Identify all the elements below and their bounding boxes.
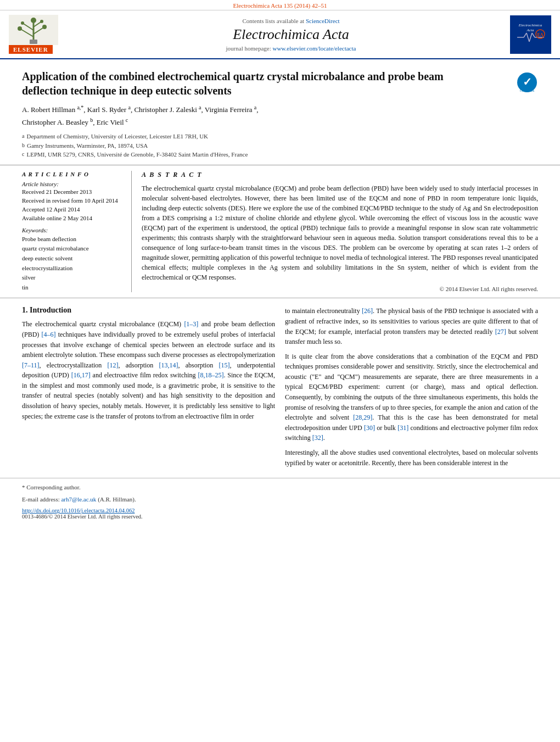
article-header: Application of the combined electrochemi… [0, 59, 560, 165]
received-date: Received 21 December 2013 [22, 188, 124, 195]
elsevier-tree-icon [9, 15, 58, 45]
body-area: 1. Introduction The electrochemical quar… [0, 298, 560, 478]
svg-text:✓: ✓ [523, 76, 532, 88]
keyword-2: quartz crystal microbalance [22, 244, 124, 254]
svg-text:Acta: Acta [527, 28, 534, 32]
article-title-row: Application of the combined electrochemi… [22, 69, 538, 98]
journal-issue-info: Electrochimica Acta 135 (2014) 42–51 [233, 2, 327, 9]
keyword-5: silver [22, 273, 124, 283]
journal-homepage-link[interactable]: www.elsevier.com/locate/electacta [272, 45, 356, 52]
abstract-column: A B S T R A C T The electrochemical quar… [142, 171, 538, 293]
doi-link[interactable]: http://dx.doi.org/10.1016/j.electacta.20… [22, 507, 135, 514]
article-info-column: A R T I C L E I N F O Article history: R… [22, 171, 132, 293]
doi-line: http://dx.doi.org/10.1016/j.electacta.20… [22, 507, 538, 514]
svg-point-7 [18, 26, 22, 31]
introduction-heading: 1. Introduction [22, 306, 275, 315]
svg-point-6 [31, 18, 36, 23]
affiliation-a: a Department of Chemistry, University of… [22, 132, 538, 141]
journal-logo-icon: Electrochimica Acta EA [513, 16, 548, 52]
body-left-column: 1. Introduction The electrochemical quar… [22, 306, 275, 472]
keyword-4: electrocrystallization [22, 264, 124, 274]
science-direct-link[interactable]: ScienceDirect [306, 18, 340, 24]
crossmark-icon: ✓ CrossMark [516, 71, 538, 93]
journal-header: ELSEVIER Contents lists available at Sci… [0, 10, 560, 59]
corresponding-author-note: * Corresponding author. [22, 483, 538, 493]
elsevier-logo-area: ELSEVIER [9, 15, 80, 54]
affiliation-b: b Gamry Instruments, Warminster, PA, 189… [22, 141, 538, 150]
available-online-date: Available online 2 May 2014 [22, 215, 124, 221]
issn-line: 0013-4686/© 2014 Elsevier Ltd. All right… [22, 514, 538, 520]
journal-title: Electrochimica Acta [80, 26, 502, 43]
svg-rect-11 [30, 40, 37, 44]
copyright-line: © 2014 Elsevier Ltd. All rights reserved… [142, 286, 538, 292]
elsevier-logo: ELSEVIER [9, 15, 80, 54]
keyword-1: Probe beam deflection [22, 235, 124, 244]
svg-point-8 [42, 25, 47, 29]
intro-para-2: to maintain electroneutrality [26]. The … [285, 306, 538, 347]
body-right-column: to maintain electroneutrality [26]. The … [285, 306, 538, 472]
journal-logo-right: Electrochimica Acta EA [502, 15, 551, 54]
history-label: Article history: [22, 181, 124, 187]
affiliations: a Department of Chemistry, University of… [22, 132, 538, 159]
svg-point-10 [40, 20, 43, 23]
article-title: Application of the combined electrochemi… [22, 69, 472, 98]
svg-point-9 [21, 21, 24, 25]
intro-para-1: The electrochemical quartz crystal micro… [22, 319, 275, 421]
svg-text:EA: EA [537, 32, 543, 37]
elsevier-wordmark: ELSEVIER [9, 45, 53, 54]
email-link[interactable]: arh7@le.ac.uk [61, 496, 96, 503]
journal-logo-box: Electrochimica Acta EA [510, 15, 551, 54]
journal-homepage-line: journal homepage: www.elsevier.com/locat… [80, 45, 502, 52]
received-revised-date: Received in revised form 10 April 2014 [22, 197, 124, 204]
abstract-title: A B S T R A C T [142, 171, 538, 179]
keywords-label: Keywords: [22, 227, 124, 233]
intro-para-3: It is quite clear from the above conside… [285, 352, 538, 443]
keyword-6: tin [22, 283, 124, 293]
email-note: E-mail address: arh7@le.ac.uk (A.R. Hill… [22, 495, 538, 505]
affiliation-c: c LEPMI, UMR 5279, CNRS, Université de G… [22, 150, 538, 159]
keywords-section: Keywords: Probe beam deflection quartz c… [22, 227, 124, 293]
intro-para-4: Interestingly, all the above studies use… [285, 448, 538, 468]
svg-text:CrossMark: CrossMark [520, 89, 535, 92]
science-direct-line: Contents lists available at ScienceDirec… [80, 18, 502, 24]
footer-area: * Corresponding author. E-mail address: … [0, 478, 560, 523]
article-info-title: A R T I C L E I N F O [22, 171, 124, 177]
svg-text:Electrochimica: Electrochimica [518, 23, 542, 27]
article-info-abstract-area: A R T I C L E I N F O Article history: R… [0, 165, 560, 299]
accepted-date: Accepted 12 April 2014 [22, 206, 124, 213]
top-bar: Electrochimica Acta 135 (2014) 42–51 [0, 0, 560, 10]
keyword-3: deep eutectic solvent [22, 254, 124, 264]
authors-line: A. Robert Hillman a,*, Karl S. Ryder a, … [22, 103, 538, 129]
abstract-text: The electrochemical quartz crystal micro… [142, 183, 538, 282]
journal-header-center: Contents lists available at ScienceDirec… [80, 18, 502, 52]
